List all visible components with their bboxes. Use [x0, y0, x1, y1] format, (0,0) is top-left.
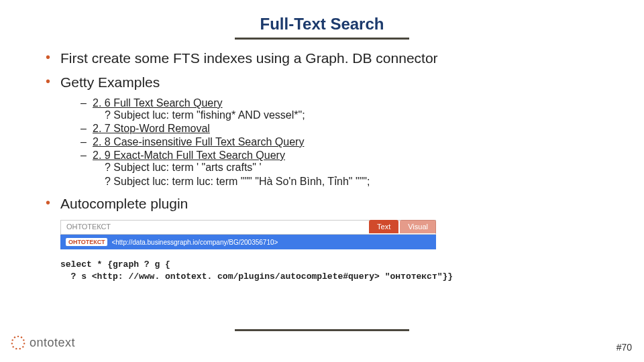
svg-point-8: [11, 343, 13, 344]
bullet-text: Autocomplete plugin: [60, 196, 188, 211]
footer-underline: [235, 329, 409, 331]
bullet-text: First create some FTS indexes using a Gr…: [60, 50, 438, 66]
query-detail: ? Subject luc: term luc: term """ "Hà So…: [93, 175, 624, 188]
page-number: #70: [616, 342, 632, 353]
svg-point-0: [17, 336, 19, 337]
sub-item-2-8: 2. 8 Case-insensitive Full Text Search Q…: [80, 136, 624, 148]
title-underline: [235, 38, 409, 40]
svg-point-7: [12, 346, 13, 347]
page-title: Full-Text Search: [20, 15, 624, 34]
tab-visual[interactable]: Visual: [400, 220, 436, 233]
logo-icon: [11, 335, 25, 350]
query-detail: ? Subject luc: term "fishing* AND vessel…: [93, 109, 624, 121]
logo: ontotext: [11, 335, 75, 350]
logo-text: ontotext: [30, 336, 75, 350]
autocomplete-suggestion[interactable]: ОНТОТЕКСТ <http://data.businessgraph.io/…: [60, 235, 436, 249]
svg-point-5: [19, 348, 21, 349]
autocomplete-screenshot: ОНТОТЕКСТ Text Visual ОНТОТЕКСТ <http://…: [60, 220, 436, 252]
svg-point-1: [21, 337, 22, 338]
bullet-text: Getty Examples: [60, 74, 160, 90]
bullet-getty-examples: Getty Examples 2. 6 Full Text Search Que…: [46, 74, 624, 188]
svg-point-9: [12, 339, 13, 341]
bullet-fts-indexes: First create some FTS indexes using a Gr…: [46, 50, 624, 66]
suggestion-chip: ОНТОТЕКСТ: [66, 238, 107, 246]
link-2-9[interactable]: 2. 9 Exact-Match Full Text Search Query: [93, 149, 285, 161]
svg-point-6: [15, 348, 17, 349]
slide: Full-Text Search First create some FTS i…: [0, 0, 644, 362]
query-detail: ? Subject luc: term ' "arts crafts" ': [93, 162, 624, 174]
suggestion-uri: <http://data.businessgraph.io/company/BG…: [111, 239, 278, 246]
getty-sublist: 2. 6 Full Text Search Query ? Subject lu…: [60, 97, 624, 188]
code-block: select * {graph ? g { ? s <http: //www. …: [60, 259, 624, 282]
svg-point-4: [22, 346, 23, 347]
svg-point-3: [23, 343, 25, 344]
sub-item-2-7: 2. 7 Stop-Word Removal: [80, 123, 624, 135]
svg-point-2: [23, 339, 24, 341]
link-2-8[interactable]: 2. 8 Case-insensitive Full Text Search Q…: [93, 136, 304, 147]
svg-point-10: [14, 337, 15, 338]
main-list: First create some FTS indexes using a Gr…: [20, 50, 624, 212]
sub-item-2-6: 2. 6 Full Text Search Query ? Subject lu…: [80, 97, 624, 121]
autocomplete-tabs: Text Visual: [368, 220, 436, 233]
tab-text[interactable]: Text: [369, 220, 398, 233]
sub-item-2-9: 2. 9 Exact-Match Full Text Search Query …: [80, 149, 624, 188]
link-2-6[interactable]: 2. 6 Full Text Search Query: [93, 97, 223, 109]
link-2-7[interactable]: 2. 7 Stop-Word Removal: [93, 123, 210, 134]
bullet-autocomplete: Autocomplete plugin: [46, 196, 624, 212]
